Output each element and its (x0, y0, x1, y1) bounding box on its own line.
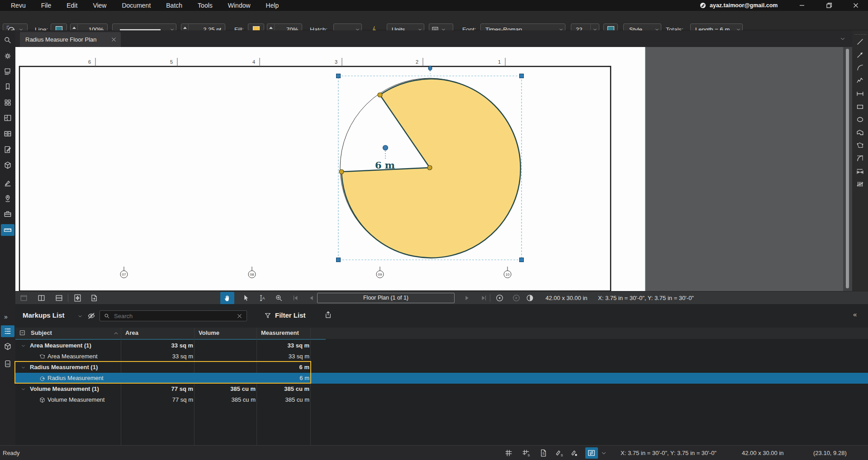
reuse-markup-icon[interactable] (587, 449, 596, 457)
drawing-canvas[interactable]: 6 5 4 3 2 1 07 08 09 10 6 m (15, 47, 843, 291)
selection-handle-top-right[interactable] (520, 74, 524, 78)
minimize-button[interactable] (793, 0, 811, 11)
model-3d-panel-icon[interactable] (3, 161, 12, 170)
full-screen-page-icon[interactable] (73, 294, 82, 302)
dimension-tool-icon[interactable] (856, 89, 864, 98)
area-measure-tool-icon[interactable] (856, 141, 864, 150)
perimeter-measure-tool-icon[interactable] (856, 154, 864, 163)
selection-anchor-handle[interactable] (428, 66, 432, 70)
markups-doc-panel-icon[interactable] (3, 145, 12, 154)
column-header-measurement[interactable]: Measurement (261, 329, 299, 336)
menu-file[interactable]: File (33, 0, 59, 11)
count-measure-tool-icon[interactable] (856, 180, 864, 189)
menu-revu[interactable]: Revu (0, 0, 33, 11)
line-tool-icon[interactable] (856, 38, 864, 46)
select-text-tool-icon[interactable] (258, 294, 266, 302)
search-panel-icon[interactable] (3, 36, 12, 45)
snap-to-content-icon[interactable] (539, 449, 548, 457)
select-cursor-tool-icon[interactable] (242, 294, 250, 302)
markups-search-box[interactable] (100, 310, 247, 321)
single-pane-icon[interactable] (19, 294, 28, 302)
tab-close-icon[interactable] (110, 36, 117, 43)
arrow-tool-icon[interactable] (856, 51, 864, 59)
tab-radius-measure-floor-plan[interactable]: Radius Measure Floor Plan (20, 32, 121, 47)
page-number-field[interactable]: Floor Plan (1 of 1) (317, 293, 455, 303)
tree-expand-chevron-icon[interactable] (21, 365, 26, 370)
first-page-icon[interactable] (291, 294, 300, 302)
tree-expand-chevron-icon[interactable] (21, 343, 26, 348)
restore-button[interactable] (820, 0, 838, 11)
table-row[interactable]: Volume Measurement77 sq m385 cu m385 cu … (15, 394, 868, 405)
menu-help[interactable]: Help (258, 0, 287, 11)
bookmarks-panel-icon[interactable] (3, 82, 12, 91)
rail-drag-handle[interactable]: ........ (854, 33, 865, 34)
menu-tools[interactable]: Tools (190, 0, 220, 11)
selection-handle-top-left[interactable] (337, 74, 341, 78)
table-row[interactable]: Area Measurement (1)33 sq m33 sq m (15, 340, 868, 351)
account-button[interactable]: ayaz.taimoor@gmail.com (699, 0, 778, 11)
measurements-panel-icon[interactable] (3, 225, 12, 235)
center-control-point[interactable] (427, 165, 432, 170)
snap-to-markup-icon[interactable] (555, 449, 563, 457)
wedge-control-point-top[interactable] (378, 93, 382, 97)
column-header-volume[interactable]: Volume (199, 329, 219, 336)
filter-funnel-icon[interactable] (264, 311, 272, 319)
column-header-subject[interactable]: Subject (31, 329, 52, 336)
filter-list-button[interactable]: Filter List (275, 311, 306, 319)
status-options-chevron-icon[interactable] (601, 450, 607, 456)
expand-panel-chevrons[interactable]: » (4, 313, 8, 320)
next-page-icon[interactable] (463, 294, 471, 302)
column-header-area[interactable]: Area (125, 329, 138, 336)
grid-toggle-icon[interactable] (504, 449, 513, 457)
file-access-panel-icon[interactable] (3, 98, 12, 107)
thumbnails-panel-icon[interactable] (3, 67, 12, 76)
table-row[interactable]: Volume Measurement (1)77 sq m385 cu m385… (15, 384, 868, 394)
tree-collapse-all-icon[interactable] (19, 329, 26, 336)
menu-view[interactable]: View (85, 0, 114, 11)
menu-batch[interactable]: Batch (158, 0, 190, 11)
arc-tool-icon[interactable] (856, 63, 864, 72)
polyline-tool-icon[interactable] (856, 76, 864, 85)
export-share-icon[interactable] (324, 310, 332, 319)
properties-gear-icon[interactable] (3, 52, 12, 61)
tree-expand-chevron-icon[interactable] (21, 387, 26, 392)
polygon-tool-icon[interactable] (856, 128, 864, 137)
diameter-measure-tool-icon[interactable] (856, 167, 864, 176)
sort-ascending-icon[interactable] (113, 330, 119, 336)
page-setup-icon[interactable] (90, 294, 99, 302)
scrollbar-thumb[interactable] (846, 49, 849, 288)
zoom-tool-icon[interactable] (275, 294, 283, 302)
markups-list-title[interactable]: Markups List (23, 311, 65, 319)
split-vertical-icon[interactable] (37, 294, 46, 302)
model-tree-panel-icon[interactable] (3, 342, 12, 351)
previous-page-icon[interactable] (307, 294, 316, 302)
collapse-panel-chevrons[interactable]: « (853, 310, 857, 318)
table-row[interactable]: Radius Measurement6 m (15, 373, 868, 384)
search-input[interactable] (114, 313, 232, 319)
javascript-console-icon[interactable] (3, 359, 12, 368)
previous-view-icon[interactable] (495, 294, 504, 302)
hide-markups-eye-slash-icon[interactable] (87, 311, 96, 320)
split-horizontal-icon[interactable] (55, 294, 63, 302)
rectangle-tool-icon[interactable] (856, 103, 864, 111)
places-panel-icon[interactable] (3, 194, 12, 203)
markups-title-chevron-icon[interactable] (77, 314, 83, 319)
snap-hint-icon[interactable] (570, 449, 579, 457)
table-row[interactable]: Area Measurement33 sq m33 sq m (15, 351, 868, 362)
markup-anchor-point[interactable] (383, 146, 388, 150)
dark-mode-contrast-icon[interactable] (526, 294, 534, 302)
tool-chest-panel-icon[interactable] (3, 210, 12, 219)
snap-to-grid-icon[interactable] (522, 449, 530, 457)
sets-panel-icon[interactable] (3, 129, 12, 138)
pan-hand-tool-icon[interactable] (223, 294, 232, 302)
wedge-control-point-left[interactable] (339, 169, 344, 174)
clear-search-icon[interactable] (236, 313, 243, 319)
close-button[interactable] (847, 0, 865, 11)
menu-document[interactable]: Document (114, 0, 158, 11)
last-page-icon[interactable] (479, 294, 488, 302)
spaces-panel-icon[interactable] (3, 113, 12, 122)
next-view-icon[interactable] (512, 294, 521, 302)
menu-edit[interactable]: Edit (59, 0, 85, 11)
table-row[interactable]: Radius Measurement (1)6 m (15, 362, 868, 373)
vertical-scrollbar[interactable] (843, 47, 852, 291)
